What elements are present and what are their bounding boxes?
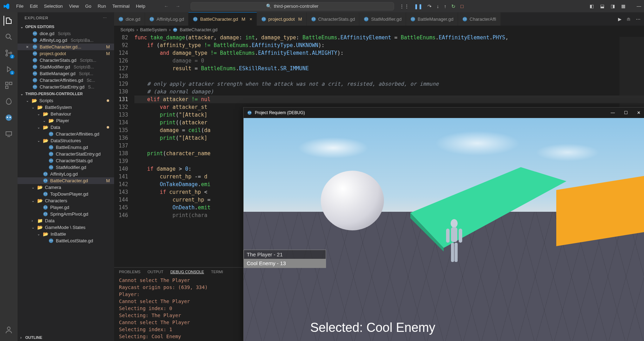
svg-point-153 <box>465 19 466 19</box>
menu-go[interactable]: Go <box>82 2 94 10</box>
open-editor-item[interactable]: BattleManager.gdScript... <box>18 70 114 77</box>
menu-selection[interactable]: Selection <box>41 2 65 10</box>
menu-edit[interactable]: Edit <box>27 2 40 10</box>
activity-search[interactable] <box>4 32 14 42</box>
tree-file[interactable]: SpringArmPivot.gd <box>18 211 114 217</box>
tree-folder[interactable]: ⌄📂Scripts <box>18 97 114 104</box>
editor-tab[interactable]: StatModifier.gd <box>359 12 406 26</box>
stop-icon[interactable]: □ <box>460 4 463 9</box>
svg-point-48 <box>35 73 36 73</box>
game-titlebar[interactable]: Project Requiem (DEBUG) — ☐ ✕ <box>244 107 644 118</box>
svg-point-14 <box>33 31 37 36</box>
game-debug-window[interactable]: Project Requiem (DEBUG) — ☐ ✕ The Player… <box>243 107 644 341</box>
open-editor-item[interactable]: CharacterAffinities.gdSc... <box>18 77 114 84</box>
open-editor-item[interactable]: project.godotM <box>18 50 114 57</box>
tab-more-icon[interactable]: ⋯ <box>636 17 640 22</box>
pause-icon[interactable]: ❚❚ <box>414 4 423 9</box>
panel-left-icon[interactable]: ◧ <box>590 4 594 9</box>
tree-folder[interactable]: ›📁Data <box>18 217 114 224</box>
minimize-icon[interactable]: — <box>637 4 641 9</box>
game-viewport[interactable]: The Player - 21 Cool Enemy - 13 Selected… <box>244 118 644 341</box>
editor-tab[interactable]: BattleCharacter.gdM× <box>188 12 257 26</box>
open-editor-item[interactable]: StatModifier.gdScripts\B... <box>18 64 114 70</box>
activity-source-control[interactable]: 2 <box>4 48 14 58</box>
activity-leaf[interactable] <box>4 97 14 106</box>
tree-file[interactable]: CharacterStats.gd <box>18 157 114 164</box>
breadcrumb[interactable]: Scripts › BattleSystem › BattleCharacter… <box>114 26 644 34</box>
open-editor-item[interactable]: AffinityLog.gdScripts\Ba... <box>18 37 114 44</box>
open-editor-item[interactable]: ×BattleCharacter.gd...M <box>18 44 114 50</box>
menu-help[interactable]: Help <box>133 2 148 10</box>
tree-file[interactable]: BattleLostState.gd <box>18 237 114 244</box>
tree-folder[interactable]: ⌄📂Data <box>18 124 114 131</box>
panel-tab[interactable]: TERMI <box>211 270 223 274</box>
panel-tab[interactable]: PROBLEMS <box>119 270 140 274</box>
editor-tab[interactable]: project.godotM <box>257 12 307 26</box>
step-into-icon[interactable]: ↓ <box>437 4 439 9</box>
tree-folder[interactable]: ⌄📂Camera <box>18 184 114 191</box>
layout-grid-icon[interactable]: ▦ <box>621 4 625 9</box>
tree-folder[interactable]: ⌄📂DataStructures <box>18 137 114 144</box>
tree-file[interactable]: Player.gd <box>18 204 114 211</box>
open-editor-item[interactable]: dice.gdScripts <box>18 30 114 37</box>
svg-point-58 <box>35 86 36 87</box>
svg-point-119 <box>150 17 154 21</box>
activity-explorer[interactable] <box>4 16 13 26</box>
tree-folder[interactable]: ⌄📂Behaviour <box>18 111 114 117</box>
editor-tab[interactable]: dice.gd <box>114 12 145 26</box>
tree-file[interactable]: CharacterAffinities.gd <box>18 131 114 137</box>
tree-file[interactable]: StatModifier.gd <box>18 164 114 171</box>
step-out-icon[interactable]: ↑ <box>444 4 446 9</box>
more-icon[interactable]: ⋯ <box>103 16 107 20</box>
step-over-icon[interactable]: ↷ <box>427 4 432 9</box>
panel-tab[interactable]: DEBUG CONSOLE <box>170 270 204 274</box>
tree-folder[interactable]: ⌄📂InBattle <box>18 231 114 237</box>
run-icon[interactable]: ▶ <box>618 17 622 22</box>
editor-tab[interactable]: BattleManager.gd <box>406 12 458 26</box>
game-minimize-icon[interactable]: — <box>611 110 615 115</box>
activity-account[interactable] <box>4 325 14 335</box>
activity-remote[interactable] <box>4 129 14 139</box>
panel-right-icon[interactable]: ◨ <box>611 4 615 9</box>
split-icon[interactable]: ⫙ <box>626 17 631 22</box>
tree-folder[interactable]: ⌄📂BattleSystem <box>18 104 114 111</box>
menu-terminal[interactable]: Terminal <box>109 2 132 10</box>
menu-run[interactable]: Run <box>95 2 109 10</box>
nav-back-icon[interactable]: ← <box>164 4 168 9</box>
menu-file[interactable]: File <box>13 2 26 10</box>
open-editor-item[interactable]: CharacterStats.gdScripts... <box>18 57 114 64</box>
project-section[interactable]: ⌄THIRD-PERSON-CONTROLLER <box>18 90 114 97</box>
debug-toolbar: ⋮⋮ ❚❚ ↷ ↓ ↑ ↻ □ <box>399 4 463 9</box>
tree-file[interactable]: BattleEnums.gd <box>18 144 114 151</box>
target-row-enemy[interactable]: Cool Enemy - 13 <box>244 259 326 268</box>
tree-folder[interactable]: ⌄📂GameMode \ States <box>18 224 114 231</box>
tree-file[interactable]: BattleCharacter.gdM <box>18 177 114 184</box>
restart-icon[interactable]: ↻ <box>451 4 456 9</box>
target-row-player[interactable]: The Player - 21 <box>244 250 326 259</box>
target-list[interactable]: The Player - 21 Cool Enemy - 13 <box>244 250 326 268</box>
tree-folder[interactable]: ⌄📂Player <box>18 117 114 124</box>
game-close-icon[interactable]: ✕ <box>637 110 640 115</box>
editor-tab[interactable]: AffinityLog.gd <box>145 12 189 26</box>
command-center-search[interactable]: 🔍 third-person-controller <box>191 2 394 11</box>
activity-godot[interactable] <box>4 113 14 123</box>
panel-bottom-icon[interactable]: ⬓ <box>600 4 604 9</box>
open-editors-section[interactable]: ⌄OPEN EDITORS <box>18 23 114 30</box>
menu-view[interactable]: View <box>66 2 82 10</box>
nav-forward-icon[interactable]: → <box>175 4 180 9</box>
search-placeholder: third-person-controller <box>274 4 318 9</box>
game-maximize-icon[interactable]: ☐ <box>624 110 628 115</box>
editor-tab[interactable]: CharacterStats.gd <box>307 12 360 26</box>
tree-file[interactable]: CharacterStatEntry.gd <box>18 151 114 157</box>
tree-file[interactable]: TopDownPlayer.gd <box>18 191 114 197</box>
drag-icon[interactable]: ⋮⋮ <box>399 4 409 9</box>
outline-section[interactable]: ›OUTLINE <box>18 334 114 341</box>
svg-marker-162 <box>556 176 644 246</box>
activity-extensions[interactable] <box>4 80 14 90</box>
tree-file[interactable]: AffinityLog.gd <box>18 171 114 177</box>
tree-folder[interactable]: ⌄📂Characters <box>18 197 114 204</box>
open-editor-item[interactable]: CharacterStatEntry.gdS... <box>18 84 114 90</box>
panel-tab[interactable]: OUTPUT <box>147 270 163 274</box>
editor-tab[interactable]: CharacterAffi <box>458 12 501 26</box>
activity-debug[interactable]: 1 <box>4 64 14 74</box>
